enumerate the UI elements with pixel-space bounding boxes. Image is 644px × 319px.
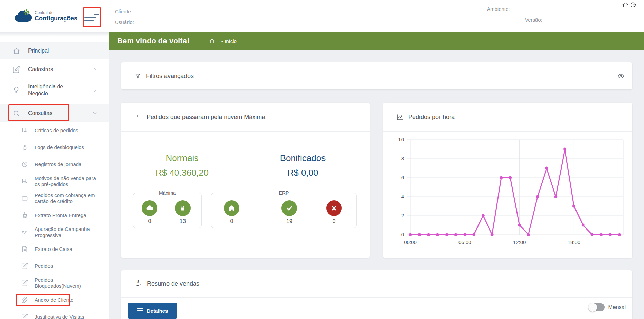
breadcrumb: - Início <box>221 38 237 44</box>
sidebar-item-consultas[interactable]: Consultas <box>0 104 109 122</box>
cloud-logo-icon <box>13 8 33 24</box>
chevron-right-icon <box>93 88 97 93</box>
svg-text:$: $ <box>137 280 139 284</box>
sidebar-subitem-label: Apuração de Campanha Progressiva <box>35 226 97 238</box>
svg-text:6: 6 <box>401 175 404 180</box>
details-button[interactable]: Detalhes <box>128 303 177 319</box>
credit-card-icon <box>21 195 28 202</box>
app-logo: Central de Configurações <box>13 8 77 24</box>
sales-summary-title: Resumo de vendas <box>147 280 199 287</box>
sidebar-toggle-button[interactable] <box>84 9 99 25</box>
clock-icon <box>21 161 28 168</box>
client-label: Cliente: <box>115 8 132 14</box>
chevron-down-icon <box>93 111 97 115</box>
erp-home-unit: 0 <box>224 200 239 224</box>
logout-icon[interactable] <box>630 2 637 8</box>
sidebar-item-principal[interactable]: Principal <box>0 42 109 59</box>
maxima-group: Máxima 0 13 <box>133 190 202 228</box>
search-icon <box>13 109 21 117</box>
lock-status-unit: 13 <box>175 200 191 224</box>
sidebar-subitem-label: Pedidos <box>35 263 53 269</box>
sidebar-subitem-apuracao-campanha[interactable]: Apuração de Campanha Progressiva <box>0 224 109 241</box>
bonus-orders-block: Bonificados R$ 0,00 <box>242 153 363 178</box>
svg-text:00:00: 00:00 <box>404 239 417 245</box>
sidebar-subitem-logs-de-desbloqueios[interactable]: Logs de desbloqueios <box>0 139 109 156</box>
details-button-label: Detalhes <box>147 308 168 314</box>
toggle-knob <box>588 303 597 312</box>
normal-orders-label: Normais <box>122 153 242 163</box>
maxima-group-legend: Máxima <box>155 190 180 196</box>
sidebar-subitem-extrato-pronta-entrega[interactable]: Extrato Pronta Entrega <box>0 207 109 224</box>
sidebar-subitem-label: Registros de jornada <box>35 161 81 167</box>
erp-error-count: 0 <box>326 218 342 224</box>
filters-title: Filtros avançados <box>146 73 194 80</box>
monthly-toggle[interactable] <box>589 303 605 311</box>
sidebar-subitem-justificativa-de-visitas[interactable]: Justificativa de Visitas <box>0 308 109 319</box>
sidebar-item-inteligencia-de-negocio[interactable]: Inteligência de Negócio <box>0 80 109 101</box>
lightbulb-icon <box>13 86 21 94</box>
home-icon <box>13 47 21 55</box>
home-icon <box>228 204 236 212</box>
sidebar-subitem-pedidos-cartao-credito[interactable]: Pedidos com cobrança em cartão de crédit… <box>0 190 109 207</box>
sidebar-subitem-criticas-de-pedidos[interactable]: Críticas de pedidos <box>0 122 109 139</box>
paperclip-icon <box>21 297 28 303</box>
erp-success-unit: 19 <box>281 200 297 224</box>
environment-label: Ambiente: <box>487 6 510 12</box>
orders-per-hour-card: Pedidos por hora 024681000:0006:0012:001… <box>383 103 632 258</box>
sidebar-subitem-label: Motivos de não venda para os pré-pedidos <box>35 175 97 187</box>
sliders-icon <box>135 114 142 121</box>
breadcrumb-home-icon[interactable] <box>209 38 215 44</box>
sidebar-subitem-label: Extrato Pronta Entrega <box>35 212 86 218</box>
sidebar-subitem-label: Anexo de Cliente <box>35 297 73 303</box>
home-icon[interactable] <box>622 2 628 8</box>
edit-icon <box>21 314 28 319</box>
logo-text-line2: Configurações <box>35 15 77 22</box>
sidebar-item-label: Inteligência de Negócio <box>28 83 79 97</box>
main-content: Filtros avançados Pedidos que passaram p… <box>109 50 644 319</box>
list-icon <box>137 308 143 314</box>
sidebar-subitem-extrato-de-caixa[interactable]: Extrato de Caixa <box>0 241 109 258</box>
welcome-banner: Bem vindo de volta! - Início <box>109 32 644 50</box>
cloud-orders-title: Pedidos que passaram pela nuvem Máxima <box>147 114 265 121</box>
chevron-right-icon <box>93 67 97 72</box>
sidebar-subitem-label: Logs de desbloqueios <box>35 144 84 151</box>
cloud-icon <box>145 204 154 213</box>
sidebar-subitem-motivos-nao-venda[interactable]: Motivos de não venda para os pré-pedidos <box>0 173 109 190</box>
edit-icon <box>13 66 21 73</box>
edit-icon <box>21 263 28 270</box>
hand-dollar-icon: $ <box>135 280 142 287</box>
sidebar-subitem-label: Pedidos com cobrança em cartão de crédit… <box>35 192 97 204</box>
bonus-orders-label: Bonificados <box>242 153 363 163</box>
sales-summary-card: $ Resumo de vendas Detalhes Mensal <box>121 270 632 319</box>
svg-text:18:00: 18:00 <box>568 239 581 245</box>
sidebar-subitem-label: Pedidos Bloqueados(Nuvem) <box>35 277 97 289</box>
sidebar-item-label: Cadastros <box>28 66 53 73</box>
svg-text:4: 4 <box>401 194 404 199</box>
sidebar: Principal Cadastros Inteligência de Negó… <box>0 32 109 319</box>
sidebar-subitem-anexo-de-cliente[interactable]: Anexo de Cliente <box>0 292 109 308</box>
sidebar-subitem-pedidos-bloqueados-nuvem[interactable]: Pedidos Bloqueados(Nuvem) <box>0 275 109 292</box>
erp-error-unit: 0 <box>326 200 342 224</box>
svg-text:8: 8 <box>401 156 404 161</box>
bonus-orders-value: R$ 0,00 <box>242 167 363 178</box>
welcome-title: Bem vindo de volta! <box>117 37 190 45</box>
sidebar-item-label: Principal <box>28 47 49 54</box>
sidebar-item-label: Consultas <box>28 110 52 117</box>
x-icon <box>330 204 338 212</box>
cloud-status-unit: 0 <box>142 200 157 224</box>
chat-icon <box>21 127 28 134</box>
sidebar-subitem-pedidos[interactable]: Pedidos <box>0 258 109 275</box>
svg-text:12:00: 12:00 <box>513 239 526 245</box>
user-label: Usuário: <box>115 19 134 25</box>
normal-orders-value: R$ 40.360,20 <box>122 167 242 178</box>
eye-icon[interactable] <box>615 71 626 82</box>
line-chart-icon <box>396 114 404 121</box>
sidebar-subitem-registros-de-jornada[interactable]: Registros de jornada <box>0 156 109 173</box>
sidebar-item-cadastros[interactable]: Cadastros <box>0 61 109 78</box>
version-label: Versão: <box>525 17 542 23</box>
cart-icon <box>21 212 28 219</box>
svg-text:06:00: 06:00 <box>458 239 471 245</box>
erp-success-count: 19 <box>281 218 297 224</box>
unlock-icon <box>21 144 28 151</box>
advanced-filters-panel[interactable]: Filtros avançados <box>121 62 632 89</box>
